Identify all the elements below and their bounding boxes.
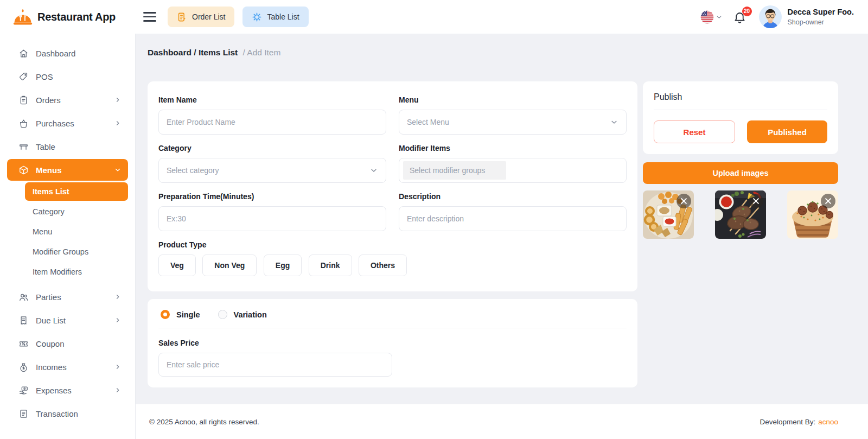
- hamburger-menu-button[interactable]: [143, 10, 159, 24]
- order-list-button[interactable]: Order List: [168, 7, 234, 27]
- upload-images-button[interactable]: Upload images: [643, 162, 838, 184]
- footer: © 2025 Acnoo, all rights reserved. Devel…: [136, 404, 868, 439]
- item-name-label: Item Name: [158, 96, 386, 104]
- prep-time-label: Preparation Time(Minutes): [158, 192, 386, 201]
- product-type-veg-button[interactable]: Veg: [158, 255, 196, 276]
- price-mode-radio-group: Single Variation: [158, 310, 627, 319]
- close-icon: [825, 198, 831, 204]
- order-document-icon: [177, 12, 187, 22]
- sidebar-subitem-modifier-groups[interactable]: Modifier Groups: [25, 243, 128, 261]
- sidebar-item-dashboard[interactable]: Dashboard: [7, 42, 128, 64]
- brand-name: Restaurant App: [37, 11, 116, 23]
- breadcrumb-path[interactable]: Dashboard / Items List: [148, 48, 238, 57]
- published-button[interactable]: Published: [747, 120, 827, 143]
- sidebar-subitem-item-modifiers[interactable]: Item Modifiers: [25, 263, 128, 281]
- variation-radio-option[interactable]: Variation: [218, 310, 267, 319]
- us-flag-icon: [700, 10, 714, 24]
- sidebar-item-incomes[interactable]: Incomes: [7, 356, 128, 378]
- product-type-group: Product Type Veg Non Veg Egg Drink Other…: [158, 240, 627, 276]
- menu-select[interactable]: Select Menu: [399, 110, 627, 135]
- chevron-down-icon: [369, 166, 378, 175]
- remove-image-button[interactable]: [749, 194, 763, 208]
- clipboard-icon: [18, 94, 29, 105]
- sales-price-input[interactable]: [158, 353, 392, 377]
- price-card: Single Variation Sales Price: [148, 299, 637, 387]
- category-field-group: Category Select category: [158, 144, 386, 183]
- copyright-text: © 2025 Acnoo, all rights reserved.: [149, 418, 259, 426]
- menu-label: Menu: [399, 96, 627, 104]
- reset-button[interactable]: Reset: [654, 120, 735, 143]
- divider: [654, 110, 827, 110]
- sidebar-subitem-menu[interactable]: Menu: [25, 222, 128, 241]
- sidebar-item-coupon[interactable]: Coupon: [7, 333, 128, 354]
- restaurant-logo-icon: [13, 9, 33, 26]
- radio-selected-icon[interactable]: [161, 310, 170, 319]
- radio-unselected-icon[interactable]: [218, 310, 227, 319]
- modifier-items-label: Modifier Items: [399, 144, 627, 152]
- menus-submenu: Items List Category Menu Modifier Groups…: [25, 182, 128, 281]
- breadcrumb: Dashboard / Items List / Add Item: [148, 48, 838, 58]
- category-select-placeholder: Select category: [167, 166, 219, 175]
- transaction-icon: [18, 408, 29, 419]
- product-type-drink-button[interactable]: Drink: [309, 255, 352, 276]
- menu-field-group: Menu Select Menu: [399, 96, 627, 135]
- remove-image-button[interactable]: [676, 194, 691, 208]
- sidebar-item-transaction[interactable]: Transaction: [7, 403, 128, 424]
- chevron-down-icon: [610, 118, 618, 126]
- chevron-right-icon: [114, 119, 122, 127]
- chevron-right-icon: [114, 363, 122, 371]
- sidebar-item-parties[interactable]: Parties: [7, 286, 128, 308]
- sidebar-item-orders[interactable]: Orders: [7, 89, 128, 111]
- uploaded-image-meat-kebabs: [715, 190, 766, 239]
- sidebar-item-due-list[interactable]: Due List: [7, 309, 128, 331]
- variation-radio-label: Variation: [234, 310, 267, 319]
- user-menu[interactable]: Decca Super Foo. Shop-owner: [759, 5, 854, 28]
- round-table-icon: [252, 12, 262, 22]
- sidebar-item-purchases[interactable]: Purchases: [7, 112, 128, 134]
- description-input[interactable]: [399, 206, 627, 231]
- table-list-label: Table List: [267, 12, 299, 21]
- remove-image-button[interactable]: [821, 194, 835, 208]
- category-select[interactable]: Select category: [158, 158, 386, 183]
- product-type-label: Product Type: [158, 240, 627, 249]
- user-name: Decca Super Foo.: [788, 8, 854, 16]
- prep-time-input[interactable]: [158, 206, 386, 231]
- header-right: 20 Decca Super Foo. Shop-owner: [700, 5, 868, 28]
- breadcrumb-current: / Add Item: [243, 48, 281, 57]
- sales-price-field-group: Sales Price: [158, 339, 392, 377]
- header: Restaurant App Order List Table List: [0, 0, 868, 34]
- item-name-input[interactable]: [158, 110, 386, 135]
- chevron-right-icon: [114, 96, 122, 104]
- brand[interactable]: Restaurant App: [13, 9, 116, 26]
- divider: [158, 328, 627, 328]
- product-type-others-button[interactable]: Others: [359, 255, 407, 276]
- money-bag-icon: [18, 361, 29, 372]
- product-type-non-veg-button[interactable]: Non Veg: [202, 255, 257, 276]
- publish-title: Publish: [654, 92, 827, 102]
- sales-price-label: Sales Price: [158, 339, 392, 347]
- sidebar-item-pos[interactable]: POS: [7, 66, 128, 87]
- tag-icon: [18, 71, 29, 82]
- product-type-egg-button[interactable]: Egg: [264, 255, 302, 276]
- sidebar-item-table[interactable]: Table: [7, 136, 128, 157]
- chevron-down-icon: [114, 166, 122, 174]
- package-icon: [18, 164, 29, 175]
- menu-select-placeholder: Select Menu: [407, 118, 449, 126]
- sidebar-item-expenses[interactable]: Expenses: [7, 379, 128, 401]
- user-meta: Decca Super Foo. Shop-owner: [788, 8, 854, 26]
- ticket-icon: [18, 338, 29, 349]
- sidebar-item-menus[interactable]: Menus: [7, 159, 128, 181]
- modifier-groups-multiselect[interactable]: Select modifier groups: [399, 158, 627, 183]
- sidebar-subitem-category[interactable]: Category: [25, 202, 128, 221]
- sidebar-subitem-items-list[interactable]: Items List: [25, 182, 128, 201]
- publish-card: Publish Reset Published: [643, 81, 838, 154]
- main-content: Dashboard / Items List / Add Item Item N…: [136, 34, 868, 439]
- uploaded-images-row: [643, 190, 838, 239]
- notifications-button[interactable]: 20: [733, 10, 746, 24]
- single-radio-label: Single: [176, 310, 200, 319]
- table-list-button[interactable]: Table List: [242, 7, 308, 27]
- acnoo-link[interactable]: acnoo: [818, 418, 838, 426]
- sidebar: Dashboard POS Orders Purchases Table Men…: [0, 34, 136, 439]
- single-radio-option[interactable]: Single: [161, 310, 200, 319]
- language-selector[interactable]: [700, 10, 723, 24]
